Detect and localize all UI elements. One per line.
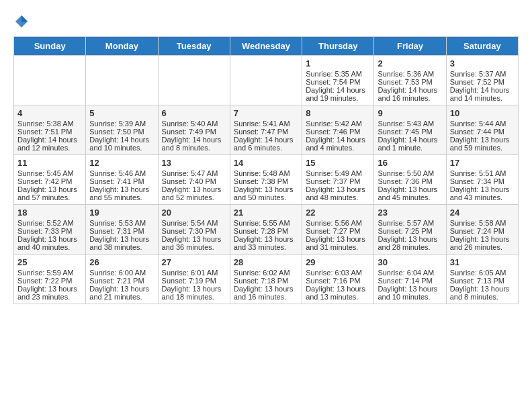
day-number: 5 — [89, 108, 154, 118]
day-info: Daylight: 14 hours and 12 minutes. — [17, 136, 82, 152]
calendar-cell: 28Sunrise: 6:02 AMSunset: 7:18 PMDayligh… — [230, 255, 302, 304]
day-number: 21 — [234, 208, 298, 218]
day-info: Sunset: 7:52 PM — [450, 78, 515, 86]
day-info: Daylight: 13 hours and 43 minutes. — [450, 185, 515, 201]
day-info: Sunrise: 6:05 AM — [450, 269, 515, 277]
calendar-cell: 11Sunrise: 5:45 AMSunset: 7:42 PMDayligh… — [14, 155, 86, 205]
day-info: Sunrise: 5:40 AM — [162, 120, 226, 128]
calendar-cell: 20Sunrise: 5:54 AMSunset: 7:30 PMDayligh… — [158, 205, 230, 255]
calendar-header-saturday: Saturday — [446, 37, 518, 56]
day-info: Sunset: 7:42 PM — [17, 177, 82, 185]
calendar-cell: 5Sunrise: 5:39 AMSunset: 7:50 PMDaylight… — [86, 105, 158, 155]
day-info: Sunset: 7:16 PM — [306, 277, 370, 285]
day-info: Sunset: 7:46 PM — [306, 128, 370, 136]
day-info: Sunrise: 5:52 AM — [17, 219, 82, 227]
day-number: 17 — [450, 158, 515, 168]
day-info: Sunrise: 5:53 AM — [89, 219, 154, 227]
calendar-header-wednesday: Wednesday — [230, 37, 302, 56]
day-info: Daylight: 13 hours and 40 minutes. — [17, 235, 82, 251]
day-info: Sunset: 7:40 PM — [162, 177, 226, 185]
day-info: Sunset: 7:36 PM — [378, 177, 442, 185]
day-number: 8 — [306, 108, 370, 118]
calendar-cell: 23Sunrise: 5:57 AMSunset: 7:25 PMDayligh… — [374, 205, 446, 255]
day-info: Sunset: 7:53 PM — [378, 78, 442, 86]
calendar-header-friday: Friday — [374, 37, 446, 56]
day-info: Sunset: 7:27 PM — [306, 227, 370, 235]
day-info: Sunrise: 5:58 AM — [450, 219, 515, 227]
calendar-row-2: 11Sunrise: 5:45 AMSunset: 7:42 PMDayligh… — [14, 155, 519, 205]
calendar-cell: 6Sunrise: 5:40 AMSunset: 7:49 PMDaylight… — [158, 105, 230, 155]
calendar-cell: 3Sunrise: 5:37 AMSunset: 7:52 PMDaylight… — [446, 56, 518, 105]
day-info: Sunset: 7:31 PM — [89, 227, 154, 235]
day-info: Daylight: 13 hours and 50 minutes. — [234, 185, 298, 201]
calendar-cell: 17Sunrise: 5:51 AMSunset: 7:34 PMDayligh… — [446, 155, 518, 205]
day-info: Sunrise: 5:59 AM — [17, 269, 82, 277]
day-info: Sunset: 7:22 PM — [17, 277, 82, 285]
logo — [13, 13, 32, 30]
day-number: 13 — [162, 158, 226, 168]
day-number: 11 — [17, 158, 82, 168]
day-info: Sunset: 7:49 PM — [162, 128, 226, 136]
day-info: Sunrise: 5:42 AM — [306, 120, 370, 128]
calendar-row-3: 18Sunrise: 5:52 AMSunset: 7:33 PMDayligh… — [14, 205, 519, 255]
calendar-cell — [14, 56, 86, 105]
day-info: Sunrise: 6:01 AM — [162, 269, 226, 277]
calendar-cell: 12Sunrise: 5:46 AMSunset: 7:41 PMDayligh… — [86, 155, 158, 205]
day-info: Sunset: 7:45 PM — [378, 128, 442, 136]
day-info: Daylight: 13 hours and 45 minutes. — [378, 185, 442, 201]
day-info: Sunrise: 5:54 AM — [162, 219, 226, 227]
day-number: 18 — [17, 208, 82, 218]
svg-marker-1 — [21, 15, 28, 22]
day-info: Sunset: 7:47 PM — [234, 128, 298, 136]
day-info: Daylight: 13 hours and 8 minutes. — [450, 285, 515, 301]
day-info: Daylight: 14 hours and 4 minutes. — [306, 136, 370, 152]
day-number: 15 — [306, 158, 370, 168]
day-info: Daylight: 13 hours and 13 minutes. — [306, 285, 370, 301]
day-number: 20 — [162, 208, 226, 218]
day-info: Sunrise: 5:39 AM — [89, 120, 154, 128]
calendar-row-0: 1Sunrise: 5:35 AMSunset: 7:54 PMDaylight… — [14, 56, 519, 105]
day-info: Sunrise: 6:03 AM — [306, 269, 370, 277]
calendar-cell: 25Sunrise: 5:59 AMSunset: 7:22 PMDayligh… — [14, 255, 86, 304]
day-number: 31 — [450, 257, 515, 267]
day-info: Daylight: 13 hours and 38 minutes. — [89, 235, 154, 251]
calendar-header-tuesday: Tuesday — [158, 37, 230, 56]
day-number: 9 — [378, 108, 442, 118]
day-info: Sunset: 7:50 PM — [89, 128, 154, 136]
day-number: 22 — [306, 208, 370, 218]
calendar-cell: 7Sunrise: 5:41 AMSunset: 7:47 PMDaylight… — [230, 105, 302, 155]
day-info: Sunrise: 5:57 AM — [378, 219, 442, 227]
day-info: Sunset: 7:19 PM — [162, 277, 226, 285]
day-info: Sunset: 7:44 PM — [450, 128, 515, 136]
day-info: Sunrise: 5:37 AM — [450, 70, 515, 78]
day-info: Sunrise: 5:41 AM — [234, 120, 298, 128]
calendar-cell: 10Sunrise: 5:44 AMSunset: 7:44 PMDayligh… — [446, 105, 518, 155]
day-info: Daylight: 13 hours and 31 minutes. — [306, 235, 370, 251]
day-info: Sunrise: 5:45 AM — [17, 169, 82, 177]
day-info: Sunset: 7:33 PM — [17, 227, 82, 235]
day-info: Sunset: 7:24 PM — [450, 227, 515, 235]
day-number: 16 — [378, 158, 442, 168]
day-info: Sunrise: 5:43 AM — [378, 120, 442, 128]
day-info: Sunrise: 5:46 AM — [89, 169, 154, 177]
day-info: Daylight: 14 hours and 6 minutes. — [234, 136, 298, 152]
calendar-cell: 2Sunrise: 5:36 AMSunset: 7:53 PMDaylight… — [374, 56, 446, 105]
day-info: Sunset: 7:37 PM — [306, 177, 370, 185]
day-number: 27 — [162, 257, 226, 267]
calendar-cell: 14Sunrise: 5:48 AMSunset: 7:38 PMDayligh… — [230, 155, 302, 205]
day-info: Daylight: 13 hours and 26 minutes. — [450, 235, 515, 251]
day-info: Sunrise: 5:49 AM — [306, 169, 370, 177]
calendar-cell — [158, 56, 230, 105]
calendar-cell: 16Sunrise: 5:50 AMSunset: 7:36 PMDayligh… — [374, 155, 446, 205]
calendar-header-thursday: Thursday — [302, 37, 374, 56]
day-info: Sunset: 7:28 PM — [234, 227, 298, 235]
day-number: 10 — [450, 108, 515, 118]
day-info: Sunrise: 5:38 AM — [17, 120, 82, 128]
calendar-cell: 29Sunrise: 6:03 AMSunset: 7:16 PMDayligh… — [302, 255, 374, 304]
calendar-cell: 1Sunrise: 5:35 AMSunset: 7:54 PMDaylight… — [302, 56, 374, 105]
day-info: Daylight: 14 hours and 10 minutes. — [89, 136, 154, 152]
day-number: 24 — [450, 208, 515, 218]
day-info: Daylight: 13 hours and 55 minutes. — [89, 185, 154, 201]
calendar-cell: 19Sunrise: 5:53 AMSunset: 7:31 PMDayligh… — [86, 205, 158, 255]
day-info: Sunset: 7:18 PM — [234, 277, 298, 285]
